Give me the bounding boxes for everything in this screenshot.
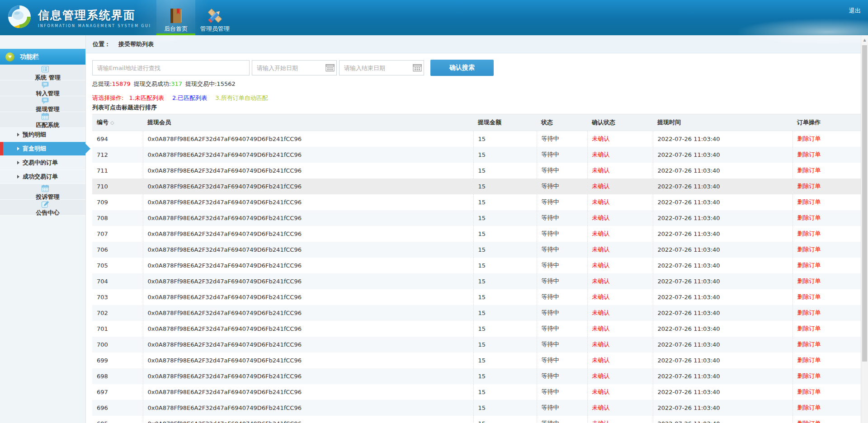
- confirm-status-link[interactable]: 未确认: [587, 305, 653, 321]
- confirm-status-link[interactable]: 未确认: [587, 131, 653, 147]
- withdraw-time: 2022-07-26 11:03:40: [653, 163, 793, 179]
- sidebar-item-transfer-in[interactable]: 转入管理: [0, 80, 85, 96]
- op-link-matched-list[interactable]: 2.已匹配列表: [172, 94, 207, 101]
- edit-icon: [41, 200, 50, 209]
- scroll-up-icon[interactable]: ▲: [861, 35, 868, 44]
- sidebar-title-bar[interactable]: 功能栏: [0, 49, 85, 65]
- order-status: 等待中: [537, 210, 587, 226]
- withdraw-amount: 15: [473, 258, 537, 273]
- delete-order-link[interactable]: 删除订单: [793, 416, 861, 423]
- confirm-status-link[interactable]: 未确认: [587, 400, 653, 416]
- delete-order-link[interactable]: 删除订单: [793, 352, 861, 368]
- sidebar-item-trading-orders[interactable]: 交易中的订单: [0, 156, 85, 170]
- delete-order-link[interactable]: 删除订单: [793, 258, 861, 273]
- table-row: 6940x0A878Ff98E6A2F32d47aF6940749D6Fb241…: [92, 131, 861, 147]
- chat-icon: [41, 80, 50, 89]
- delete-order-link[interactable]: 删除订单: [793, 147, 861, 163]
- withdraw-time: 2022-07-26 11:03:40: [653, 194, 793, 210]
- delete-order-link[interactable]: 删除订单: [793, 194, 861, 210]
- order-status: 等待中: [537, 352, 587, 368]
- order-status: 等待中: [537, 416, 587, 423]
- confirm-status-link[interactable]: 未确认: [587, 194, 653, 210]
- confirm-status-link[interactable]: 未确认: [587, 258, 653, 273]
- withdraw-amount: 15: [473, 337, 537, 352]
- sidebar-item-notice[interactable]: 公告中心: [0, 200, 85, 216]
- order-id: 708: [92, 210, 143, 226]
- logout-button[interactable]: 退出: [849, 7, 861, 15]
- sidebar-item-label: 预约明细: [23, 131, 46, 139]
- confirm-status-link[interactable]: 未确认: [587, 163, 653, 179]
- delete-order-link[interactable]: 删除订单: [793, 210, 861, 226]
- order-status: 等待中: [537, 179, 587, 194]
- column-header-2[interactable]: 提现金额: [473, 114, 537, 131]
- confirm-status-link[interactable]: 未确认: [587, 147, 653, 163]
- delete-order-link[interactable]: 删除订单: [793, 226, 861, 242]
- confirm-search-button[interactable]: 确认搜索: [430, 60, 494, 76]
- calendar-icon[interactable]: [326, 64, 335, 72]
- sidebar-title: 功能栏: [20, 53, 39, 61]
- delete-order-link[interactable]: 删除订单: [793, 321, 861, 337]
- delete-order-link[interactable]: 删除订单: [793, 179, 861, 194]
- delete-order-link[interactable]: 删除订单: [793, 400, 861, 416]
- member-address: 0x0A878Ff98E6A2F32d47aF6940749D6Fb241fCC…: [143, 131, 473, 147]
- confirm-status-link[interactable]: 未确认: [587, 321, 653, 337]
- order-id: 705: [92, 258, 143, 273]
- delete-order-link[interactable]: 删除订单: [793, 384, 861, 400]
- withdraw-time: 2022-07-26 11:03:40: [653, 384, 793, 400]
- delete-order-link[interactable]: 删除订单: [793, 305, 861, 321]
- sidebar-item-match-system[interactable]: 匹配系统: [0, 112, 85, 128]
- app-header: 信息管理系统界面 INFORMATION MANAGEMENT SYSTEM G…: [0, 0, 868, 35]
- sidebar-item-reserve-detail[interactable]: 预约明细: [0, 128, 85, 142]
- tab-home[interactable]: 后台首页: [156, 0, 195, 35]
- delete-order-link[interactable]: 删除订单: [793, 131, 861, 147]
- confirm-status-link[interactable]: 未确认: [587, 289, 653, 305]
- scrollbar-thumb[interactable]: [862, 45, 867, 362]
- delete-order-link[interactable]: 删除订单: [793, 163, 861, 179]
- delete-order-link[interactable]: 删除订单: [793, 242, 861, 258]
- member-address: 0x0A878Ff98E6A2F32d47aF6940749D6Fb241fCC…: [143, 289, 473, 305]
- order-status: 等待中: [537, 242, 587, 258]
- column-header-1[interactable]: 提现会员: [143, 114, 473, 131]
- sidebar-item-system[interactable]: 系统 管理: [0, 65, 85, 80]
- sidebar: 功能栏 系统 管理转入管理提现管理匹配系统预约明细盲盒明细交易中的订单成功交易订…: [0, 35, 86, 423]
- delete-order-link[interactable]: 删除订单: [793, 337, 861, 352]
- sidebar-item-complaint[interactable]: 投诉管理: [0, 184, 85, 200]
- withdraw-time: 2022-07-26 11:03:40: [653, 179, 793, 194]
- tab-label: 后台首页: [164, 25, 188, 33]
- column-header-6[interactable]: 订单操作: [793, 114, 861, 131]
- vertical-scrollbar[interactable]: ▲: [861, 35, 868, 423]
- start-date-input[interactable]: [252, 60, 337, 75]
- sidebar-item-withdraw[interactable]: 提现管理: [0, 96, 85, 112]
- op-link-unmatched-list[interactable]: 1.未匹配列表: [129, 94, 164, 101]
- confirm-status-link[interactable]: 未确认: [587, 242, 653, 258]
- delete-order-link[interactable]: 删除订单: [793, 273, 861, 289]
- confirm-status-link[interactable]: 未确认: [587, 384, 653, 400]
- delete-order-link[interactable]: 删除订单: [793, 368, 861, 384]
- sidebar-item-blindbox-detail[interactable]: 盲盒明细: [0, 142, 85, 156]
- confirm-status-link[interactable]: 未确认: [587, 273, 653, 289]
- op-link-auto-match-all[interactable]: 3.所有订单自动匹配: [215, 94, 268, 101]
- confirm-status-link[interactable]: 未确认: [587, 416, 653, 423]
- confirm-status-link[interactable]: 未确认: [587, 226, 653, 242]
- email-search-input[interactable]: [92, 60, 250, 75]
- confirm-status-link[interactable]: 未确认: [587, 179, 653, 194]
- withdraw-amount: 15: [473, 289, 537, 305]
- confirm-status-link[interactable]: 未确认: [587, 210, 653, 226]
- column-header-4[interactable]: 确认状态: [587, 114, 653, 131]
- confirm-status-link[interactable]: 未确认: [587, 352, 653, 368]
- column-header-5[interactable]: 提现时间: [653, 114, 793, 131]
- sidebar-item-success-orders[interactable]: 成功交易订单: [0, 170, 85, 184]
- order-status: 等待中: [537, 384, 587, 400]
- column-header-0[interactable]: 编号◇: [92, 114, 143, 131]
- delete-order-link[interactable]: 删除订单: [793, 289, 861, 305]
- end-date-input[interactable]: [339, 60, 424, 75]
- confirm-status-link[interactable]: 未确认: [587, 337, 653, 352]
- confirm-status-link[interactable]: 未确认: [587, 368, 653, 384]
- calendar-icon[interactable]: [413, 64, 422, 72]
- globe-logo-icon: [5, 4, 33, 32]
- table-header-row: 编号◇提现会员提现金额状态确认状态提现时间订单操作: [92, 114, 861, 131]
- column-header-3[interactable]: 状态: [537, 114, 587, 131]
- withdraw-amount: 15: [473, 273, 537, 289]
- tab-admin[interactable]: 管理员管理: [195, 0, 234, 35]
- withdraw-amount: 15: [473, 179, 537, 194]
